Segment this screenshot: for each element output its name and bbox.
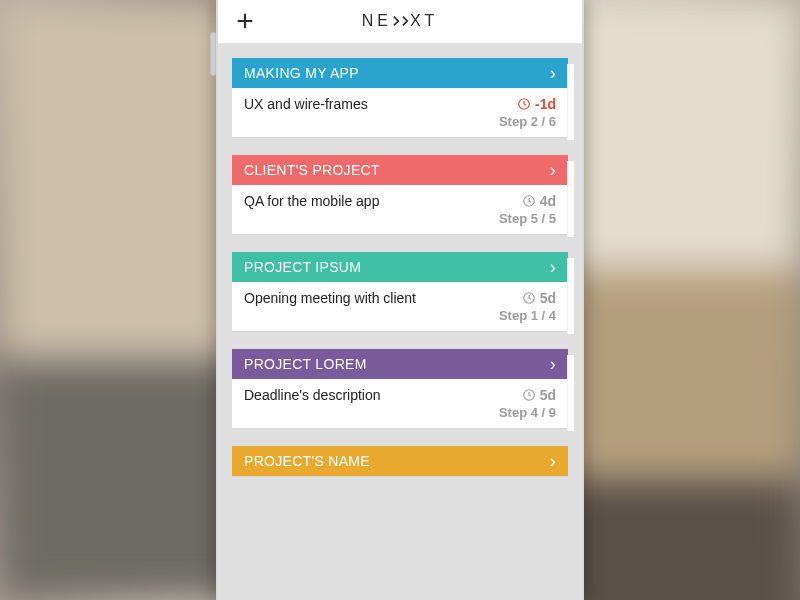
project-header[interactable]: MAKING MY APP › xyxy=(232,58,568,88)
chevron-right-icon: › xyxy=(550,258,556,276)
project-list[interactable]: MAKING MY APP › UX and wire-frames -1d S… xyxy=(218,44,582,600)
step-count: Step 1 / 4 xyxy=(244,308,556,323)
app-title: NE XT xyxy=(362,12,439,30)
project-header[interactable]: CLIENT'S PROJECT › xyxy=(232,155,568,185)
due-badge: 5d xyxy=(522,290,556,306)
due-text: -1d xyxy=(535,96,556,112)
task-label: QA for the mobile app xyxy=(244,193,379,209)
project-title: PROJECT IPSUM xyxy=(244,259,361,275)
device-side-button xyxy=(210,32,216,76)
chevron-right-icon: › xyxy=(550,161,556,179)
project-title: MAKING MY APP xyxy=(244,65,359,81)
project-header[interactable]: PROJECT LOREM › xyxy=(232,349,568,379)
chevron-right-icon: › xyxy=(550,355,556,373)
task-label: Opening meeting with client xyxy=(244,290,416,306)
due-text: 5d xyxy=(540,290,556,306)
project-body: UX and wire-frames -1d Step 2 / 6 xyxy=(232,88,568,137)
project-body: Opening meeting with client 5d Step 1 / … xyxy=(232,282,568,331)
project-card[interactable]: PROJECT LOREM › Deadline's description 5… xyxy=(232,349,568,428)
due-text: 4d xyxy=(540,193,556,209)
due-badge: -1d xyxy=(517,96,556,112)
clock-icon xyxy=(522,194,536,208)
due-badge: 4d xyxy=(522,193,556,209)
chevron-right-icon: › xyxy=(550,64,556,82)
step-count: Step 5 / 5 xyxy=(244,211,556,226)
task-label: Deadline's description xyxy=(244,387,381,403)
due-text: 5d xyxy=(540,387,556,403)
due-badge: 5d xyxy=(522,387,556,403)
brand-left: NE xyxy=(362,12,392,30)
plus-icon xyxy=(234,10,256,32)
project-title: PROJECT LOREM xyxy=(244,356,367,372)
project-body: QA for the mobile app 4d Step 5 / 5 xyxy=(232,185,568,234)
phone-frame: NE XT MAKING MY APP › UX and wire-frames… xyxy=(216,0,584,600)
clock-icon xyxy=(517,97,531,111)
brand-right: XT xyxy=(410,12,438,30)
task-label: UX and wire-frames xyxy=(244,96,368,112)
add-button[interactable] xyxy=(230,6,260,36)
clock-icon xyxy=(522,291,536,305)
project-card[interactable]: PROJECT'S NAME › xyxy=(232,446,568,476)
chevron-right-icon: › xyxy=(550,452,556,470)
brand-chevrons-icon xyxy=(392,15,410,27)
project-header[interactable]: PROJECT'S NAME › xyxy=(232,446,568,476)
nav-bar: NE XT xyxy=(218,0,582,44)
clock-icon xyxy=(522,388,536,402)
project-title: PROJECT'S NAME xyxy=(244,453,370,469)
project-title: CLIENT'S PROJECT xyxy=(244,162,380,178)
project-body: Deadline's description 5d Step 4 / 9 xyxy=(232,379,568,428)
project-card[interactable]: CLIENT'S PROJECT › QA for the mobile app… xyxy=(232,155,568,234)
project-card[interactable]: MAKING MY APP › UX and wire-frames -1d S… xyxy=(232,58,568,137)
step-count: Step 4 / 9 xyxy=(244,405,556,420)
step-count: Step 2 / 6 xyxy=(244,114,556,129)
project-card[interactable]: PROJECT IPSUM › Opening meeting with cli… xyxy=(232,252,568,331)
project-header[interactable]: PROJECT IPSUM › xyxy=(232,252,568,282)
